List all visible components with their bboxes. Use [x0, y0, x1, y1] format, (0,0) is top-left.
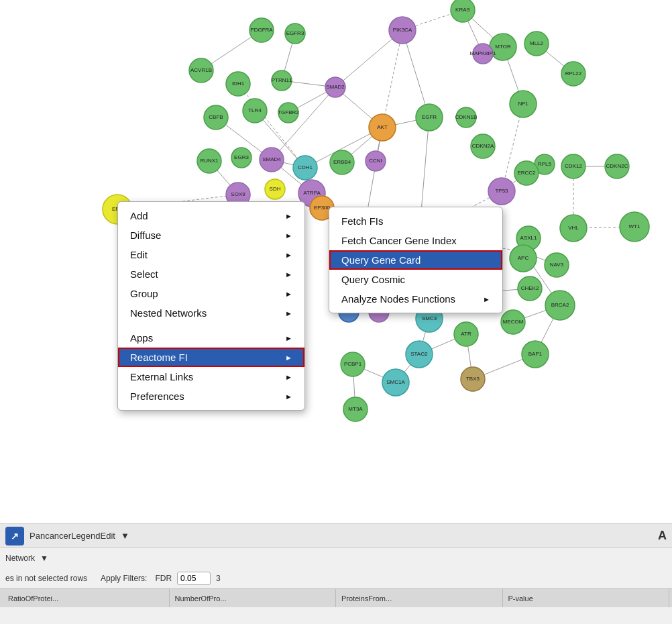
node-chek2[interactable]: CHEK2 [518, 276, 542, 301]
node-egfr3[interactable]: EGFR3 [285, 23, 305, 44]
menu-item-add[interactable]: Add ► [118, 206, 304, 225]
svg-text:APC: APC [518, 255, 529, 261]
network-dropdown[interactable]: ▼ [121, 531, 129, 541]
node-tbx3[interactable]: TBX3 [461, 367, 485, 391]
node-smc1a[interactable]: SMC1A [382, 369, 409, 396]
menu-item-reactome-fi[interactable]: Reactome FI ► [118, 348, 304, 367]
svg-text:MT3A: MT3A [348, 406, 363, 412]
svg-text:SMAD2: SMAD2 [326, 84, 345, 90]
menu-item-diffuse[interactable]: Diffuse ► [118, 225, 304, 245]
node-vhl[interactable]: VHL [560, 215, 587, 242]
svg-text:CDKN1B: CDKN1B [455, 114, 477, 120]
node-bap1[interactable]: BAP1 [522, 341, 549, 368]
submenu-item-fetch-cancer[interactable]: Fetch Cancer Gene Index [329, 231, 502, 250]
node-mt3a[interactable]: MT3A [343, 397, 368, 421]
svg-text:CDK12: CDK12 [565, 163, 582, 169]
submenu-arrow-reactome: ► [285, 354, 292, 362]
submenu-item-query-cosmic[interactable]: Query Cosmic [329, 270, 502, 289]
svg-text:RPL5: RPL5 [538, 161, 552, 167]
network-dropdown-arrow: ▼ [121, 531, 129, 541]
node-cdkn2a[interactable]: CDKN2A [471, 134, 495, 158]
submenu-arrow-external: ► [285, 373, 292, 381]
reactome-fi-submenu: Fetch FIs Fetch Cancer Gene Index Query … [329, 207, 503, 313]
svg-text:ATRPA: ATRPA [303, 190, 321, 196]
node-pcbp1[interactable]: PCBP1 [341, 352, 365, 376]
page-number: 3 [216, 574, 221, 583]
svg-text:BRCA2: BRCA2 [551, 302, 569, 308]
node-errc2[interactable]: ERCC2 [514, 161, 539, 185]
node-acvr1b[interactable]: ACVR1B [189, 58, 213, 83]
menu-separator-1 [118, 323, 304, 328]
node-atr[interactable]: ATR [454, 322, 478, 346]
svg-text:CDH1: CDH1 [298, 164, 313, 170]
node-brca2[interactable]: BRCA2 [545, 291, 575, 320]
filter-text: es in not selected rows [5, 574, 87, 583]
submenu-arrow-apps: ► [285, 334, 292, 342]
svg-line-24 [272, 87, 335, 160]
node-sdh[interactable]: SDH [265, 179, 285, 199]
menu-item-edit-label: Edit [130, 249, 148, 260]
menu-item-nested-networks[interactable]: Nested Networks ► [118, 303, 304, 323]
submenu-item-query-gene-card[interactable]: Query Gene Card [329, 250, 502, 270]
svg-text:KRAS: KRAS [455, 7, 470, 13]
menu-item-group[interactable]: Group ► [118, 284, 304, 303]
node-apc[interactable]: APC [510, 245, 537, 272]
node-pdgfra[interactable]: PDGFRA [249, 18, 274, 42]
svg-text:PDGFRA: PDGFRA [250, 27, 273, 33]
fdr-input[interactable] [177, 572, 211, 585]
svg-text:RUNX1: RUNX1 [200, 158, 219, 164]
svg-text:SOX9: SOX9 [231, 191, 245, 197]
node-rpl22[interactable]: RPL22 [561, 62, 585, 86]
node-mecom[interactable]: MECOM [501, 310, 525, 334]
menu-item-diffuse-label: Diffuse [130, 229, 161, 241]
node-stag2[interactable]: STAG2 [406, 341, 433, 368]
node-runx1[interactable]: RUNX1 [197, 149, 221, 173]
node-kras[interactable]: KRAS [451, 0, 475, 22]
svg-text:MTOR: MTOR [495, 44, 511, 50]
node-wt1[interactable]: WT1 [620, 212, 649, 242]
fdr-label: FDR [155, 574, 172, 583]
submenu-item-analyze-nodes[interactable]: Analyze Nodes Functions ► [329, 289, 502, 309]
export-button[interactable]: ↗ [5, 527, 24, 545]
submenu-item-fetch-fis[interactable]: Fetch FIs [329, 211, 502, 231]
node-cdh1[interactable]: CDH1 [293, 156, 317, 180]
node-smad2[interactable]: SMAD2 [325, 77, 345, 97]
node-erbb4[interactable]: ERBB4 [330, 150, 354, 174]
menu-item-preferences[interactable]: Preferences ► [118, 386, 304, 406]
node-idh1[interactable]: IDH1 [226, 72, 250, 96]
node-egfr-main[interactable]: EGFR [416, 104, 443, 131]
network-dropdown-small[interactable]: ▼ [40, 554, 48, 563]
menu-item-apps[interactable]: Apps ► [118, 328, 304, 348]
submenu-item-analyze-nodes-label: Analyze Nodes Functions [341, 293, 455, 305]
node-pik3ca[interactable]: PIK3CA [389, 17, 416, 44]
menu-item-select[interactable]: Select ► [118, 264, 304, 284]
node-akt[interactable]: AKT [369, 114, 396, 141]
node-tgfbr2[interactable]: TGFBR2 [278, 103, 299, 123]
node-tlr4[interactable]: TLR4 [243, 99, 267, 123]
node-cdkn1b[interactable]: CDKN1B [455, 107, 477, 127]
node-nav3[interactable]: NAV3 [545, 253, 569, 277]
submenu-arrow-nested: ► [285, 309, 292, 317]
node-mll2[interactable]: MLL2 [524, 32, 549, 56]
table-col-proteins: ProteinsFrom... [336, 589, 503, 607]
menu-item-external-links[interactable]: External Links ► [118, 367, 304, 386]
svg-text:MAPK8IP1: MAPK8IP1 [469, 50, 496, 56]
submenu-item-query-gene-card-label: Query Gene Card [341, 254, 421, 266]
node-ccni[interactable]: CCNI [366, 151, 386, 171]
node-tp53[interactable]: TP53 [488, 178, 515, 205]
submenu-item-query-cosmic-label: Query Cosmic [341, 274, 405, 285]
node-cdk12[interactable]: CDK12 [561, 154, 585, 178]
svg-text:STAG2: STAG2 [410, 351, 428, 357]
node-egr3[interactable]: EGR3 [231, 148, 251, 168]
svg-text:ASXL1: ASXL1 [520, 235, 537, 241]
node-cbfb[interactable]: CBFB [204, 105, 228, 129]
menu-item-reactome-fi-label: Reactome FI [130, 352, 188, 363]
svg-text:SMC1A: SMC1A [386, 379, 405, 385]
node-cdkn2c[interactable]: CDKN2C [605, 154, 629, 178]
node-ptrn11[interactable]: PTRN11 [272, 70, 292, 91]
svg-text:EGFR3: EGFR3 [286, 30, 304, 36]
node-nf1[interactable]: NF1 [510, 91, 537, 117]
menu-item-edit[interactable]: Edit ► [118, 245, 304, 264]
node-smad4[interactable]: SMAD4 [260, 148, 284, 172]
svg-text:RPL22: RPL22 [565, 70, 582, 76]
